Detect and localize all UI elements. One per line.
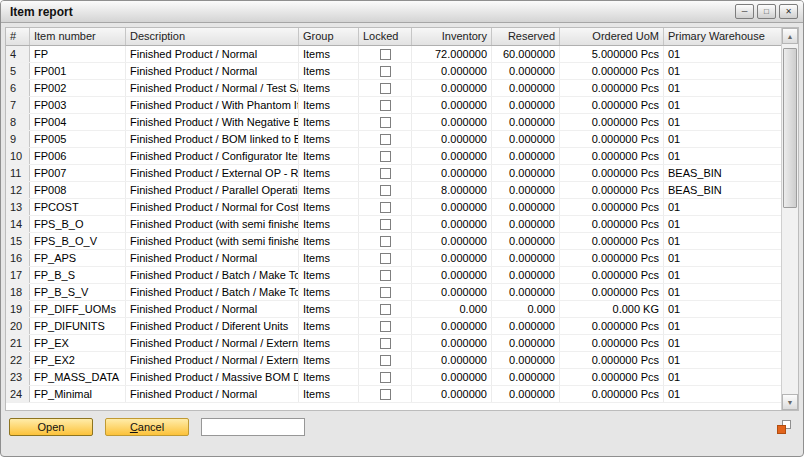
cell-inventory[interactable]: 72.000000: [412, 46, 492, 62]
cell-group[interactable]: Items: [299, 301, 359, 317]
row-number-cell[interactable]: 13: [6, 199, 30, 215]
cell-description[interactable]: Finished Product / Batch / Make To St: [126, 284, 299, 300]
cell-description[interactable]: Finished Product / Normal: [126, 63, 299, 79]
locked-checkbox[interactable]: [380, 270, 391, 281]
cell-primary-warehouse[interactable]: 01: [664, 46, 781, 62]
cell-group[interactable]: Items: [299, 131, 359, 147]
cell-group[interactable]: Items: [299, 148, 359, 164]
cell-reserved[interactable]: 0.000000: [492, 335, 560, 351]
cell-primary-warehouse[interactable]: 01: [664, 369, 781, 385]
locked-checkbox[interactable]: [380, 338, 391, 349]
cell-inventory[interactable]: 0.000000: [412, 284, 492, 300]
cell-ordered-uom[interactable]: 0.000000 Pcs: [560, 97, 664, 113]
cell-group[interactable]: Items: [299, 63, 359, 79]
minimize-button[interactable]: ─: [735, 4, 754, 19]
cell-description[interactable]: Finished Product (with semi finished) /: [126, 216, 299, 232]
cell-inventory[interactable]: 0.000000: [412, 250, 492, 266]
cancel-button[interactable]: Cancel: [105, 418, 189, 436]
locked-checkbox[interactable]: [380, 355, 391, 366]
row-number-cell[interactable]: 22: [6, 352, 30, 368]
close-button[interactable]: ✕: [779, 4, 798, 19]
row-number-cell[interactable]: 5: [6, 63, 30, 79]
cell-primary-warehouse[interactable]: 01: [664, 284, 781, 300]
table-row[interactable]: 23 FP_MASS_DATA Finished Product / Massi…: [6, 369, 781, 386]
cell-ordered-uom[interactable]: 0.000000 Pcs: [560, 250, 664, 266]
cell-reserved[interactable]: 0.000000: [492, 114, 560, 130]
cell-reserved[interactable]: 0.000000: [492, 131, 560, 147]
cell-primary-warehouse[interactable]: 01: [664, 199, 781, 215]
cell-ordered-uom[interactable]: 0.000000 Pcs: [560, 284, 664, 300]
open-button[interactable]: Open: [9, 418, 93, 436]
table-row[interactable]: 10 FP006 Finished Product / Configurator…: [6, 148, 781, 165]
cell-description[interactable]: Finished Product / With Phantom Item: [126, 97, 299, 113]
cell-group[interactable]: Items: [299, 165, 359, 181]
row-number-cell[interactable]: 11: [6, 165, 30, 181]
header-reserved[interactable]: Reserved: [492, 28, 560, 45]
cell-inventory[interactable]: 0.000000: [412, 386, 492, 402]
table-row[interactable]: 18 FP_B_S_V Finished Product / Batch / M…: [6, 284, 781, 301]
locked-checkbox[interactable]: [380, 389, 391, 400]
cell-ordered-uom[interactable]: 0.000000 Pcs: [560, 182, 664, 198]
resize-grip-icon[interactable]: [777, 420, 791, 434]
locked-checkbox[interactable]: [380, 287, 391, 298]
cell-primary-warehouse[interactable]: 01: [664, 216, 781, 232]
cell-item-number[interactable]: FP_Minimal: [30, 386, 126, 402]
cell-ordered-uom[interactable]: 0.000000 Pcs: [560, 386, 664, 402]
cell-group[interactable]: Items: [299, 386, 359, 402]
cell-primary-warehouse[interactable]: 01: [664, 335, 781, 351]
cell-ordered-uom[interactable]: 5.000000 Pcs: [560, 46, 664, 62]
table-row[interactable]: 16 FP_APS Finished Product / Normal Item…: [6, 250, 781, 267]
locked-checkbox[interactable]: [380, 202, 391, 213]
table-row[interactable]: 14 FPS_B_O Finished Product (with semi f…: [6, 216, 781, 233]
cell-group[interactable]: Items: [299, 369, 359, 385]
table-row[interactable]: 7 FP003 Finished Product / With Phantom …: [6, 97, 781, 114]
cell-primary-warehouse[interactable]: 01: [664, 318, 781, 334]
cell-inventory[interactable]: 0.000000: [412, 318, 492, 334]
row-number-cell[interactable]: 23: [6, 369, 30, 385]
row-number-cell[interactable]: 6: [6, 80, 30, 96]
cell-description[interactable]: Finished Product / Configurator Item: [126, 148, 299, 164]
locked-checkbox[interactable]: [380, 304, 391, 315]
cell-ordered-uom[interactable]: 0.000000 Pcs: [560, 369, 664, 385]
locked-checkbox[interactable]: [380, 117, 391, 128]
cell-item-number[interactable]: FP006: [30, 148, 126, 164]
cell-group[interactable]: Items: [299, 114, 359, 130]
cell-reserved[interactable]: 0.000000: [492, 250, 560, 266]
cell-inventory[interactable]: 0.000000: [412, 352, 492, 368]
cell-item-number[interactable]: FP_B_S: [30, 267, 126, 283]
cell-primary-warehouse[interactable]: 01: [664, 97, 781, 113]
row-number-cell[interactable]: 19: [6, 301, 30, 317]
cell-primary-warehouse[interactable]: 01: [664, 250, 781, 266]
cell-group[interactable]: Items: [299, 46, 359, 62]
cell-description[interactable]: Finished Product / BOM linked to BEA: [126, 131, 299, 147]
cell-reserved[interactable]: 0.000000: [492, 148, 560, 164]
cell-inventory[interactable]: 0.000000: [412, 63, 492, 79]
cell-inventory[interactable]: 0.000000: [412, 131, 492, 147]
cell-inventory[interactable]: 8.000000: [412, 182, 492, 198]
cell-description[interactable]: Finished Product / Massive BOM Data: [126, 369, 299, 385]
cell-item-number[interactable]: FP: [30, 46, 126, 62]
cell-item-number[interactable]: FPCOST: [30, 199, 126, 215]
cell-ordered-uom[interactable]: 0.000000 Pcs: [560, 335, 664, 351]
locked-checkbox[interactable]: [380, 168, 391, 179]
footer-text-input[interactable]: [201, 418, 305, 436]
maximize-button[interactable]: □: [757, 4, 776, 19]
cell-primary-warehouse[interactable]: 01: [664, 386, 781, 402]
cell-ordered-uom[interactable]: 0.000 KG: [560, 301, 664, 317]
row-number-cell[interactable]: 9: [6, 131, 30, 147]
cell-inventory[interactable]: 0.000000: [412, 369, 492, 385]
cell-inventory[interactable]: 0.000000: [412, 267, 492, 283]
cell-reserved[interactable]: 0.000000: [492, 318, 560, 334]
cell-reserved[interactable]: 60.000000: [492, 46, 560, 62]
table-row[interactable]: 12 FP008 Finished Product / Parallel Ope…: [6, 182, 781, 199]
cell-reserved[interactable]: 0.000: [492, 301, 560, 317]
row-number-cell[interactable]: 17: [6, 267, 30, 283]
header-primary-warehouse[interactable]: Primary Warehouse: [664, 28, 781, 45]
cell-inventory[interactable]: 0.000000: [412, 80, 492, 96]
locked-checkbox[interactable]: [380, 372, 391, 383]
cell-ordered-uom[interactable]: 0.000000 Pcs: [560, 216, 664, 232]
cell-ordered-uom[interactable]: 0.000000 Pcs: [560, 131, 664, 147]
cell-description[interactable]: Finished Product / Normal / Test SAP: [126, 80, 299, 96]
cell-description[interactable]: Finished Product / External OP - Receip: [126, 165, 299, 181]
cell-ordered-uom[interactable]: 0.000000 Pcs: [560, 148, 664, 164]
